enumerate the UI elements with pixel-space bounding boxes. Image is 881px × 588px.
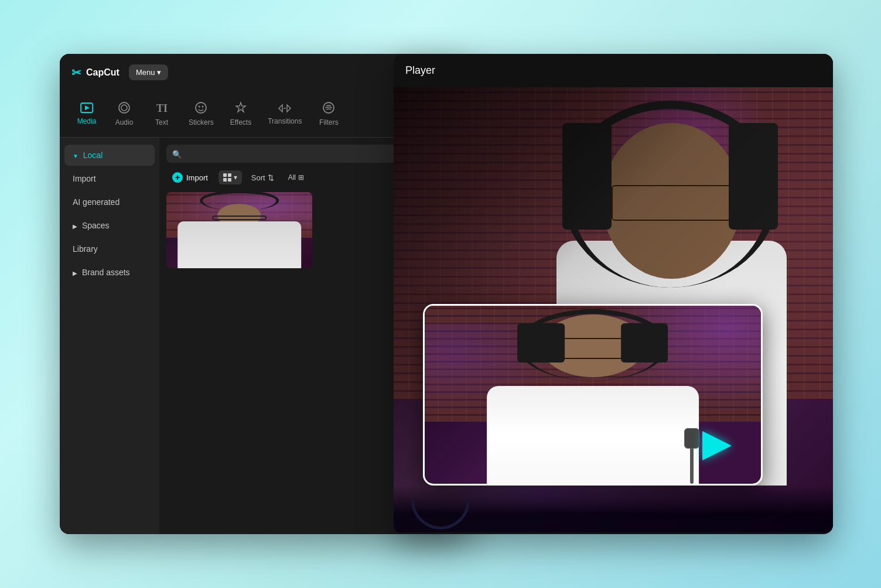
svg-point-8: [323, 102, 334, 113]
sidebar-item-local[interactable]: Local: [64, 145, 155, 166]
filter-button[interactable]: All ⊞: [284, 170, 309, 184]
svg-point-4: [196, 102, 206, 113]
sidebar-item-library-label: Library: [73, 244, 98, 254]
sort-button[interactable]: Sort ⇅: [247, 170, 279, 185]
sidebar-item-import[interactable]: Import: [64, 168, 155, 189]
menu-button[interactable]: Menu ▾: [129, 64, 168, 80]
fg-headphone-pad-left: [517, 323, 564, 363]
sort-label: Sort: [251, 173, 265, 182]
grid-view-button[interactable]: ▾: [218, 170, 242, 184]
import-label: Import: [186, 173, 208, 182]
tab-effects[interactable]: Effects: [223, 97, 258, 131]
sidebar-item-ai-generated[interactable]: AI generated: [64, 192, 155, 213]
search-icon: 🔍: [172, 149, 182, 158]
sidebar-item-local-label: Local: [83, 151, 103, 160]
logo-icon: ✂: [71, 66, 81, 80]
svg-marker-1: [85, 105, 90, 110]
sidebar: Local Import AI generated Spaces Library: [60, 138, 159, 534]
filter-icon: ⊞: [298, 173, 304, 182]
tab-filters[interactable]: Filters: [311, 97, 346, 131]
fg-hoodie: [487, 386, 699, 484]
logo-text: CapCut: [86, 67, 119, 78]
media-thumbnail-1[interactable]: [166, 192, 312, 268]
preview-mic-stand: [690, 437, 694, 484]
video-preview: [423, 304, 763, 486]
sidebar-item-import-label: Import: [73, 174, 96, 183]
player-bottom: [394, 486, 833, 532]
tab-transitions[interactable]: Transitions: [261, 98, 309, 130]
filter-label: All: [288, 173, 296, 182]
tab-text[interactable]: TI Text: [144, 97, 179, 131]
tab-stickers[interactable]: Stickers: [182, 97, 221, 131]
main-container: ✂ CapCut Menu ▾ Media: [36, 30, 845, 558]
svg-point-6: [202, 106, 204, 108]
grid-icon: [223, 173, 231, 182]
sidebar-item-library[interactable]: Library: [64, 238, 155, 259]
preview-mic-head: [684, 428, 699, 449]
filters-icon: [322, 101, 335, 116]
tab-transitions-label: Transitions: [268, 117, 302, 125]
logo-area: ✂ CapCut: [71, 66, 119, 80]
stickers-icon: [194, 101, 207, 116]
tab-stickers-label: Stickers: [189, 118, 214, 127]
local-chevron-icon: [73, 151, 81, 160]
transitions-icon: [278, 103, 291, 115]
fg-headphone-pad-right: [621, 323, 668, 363]
media-icon: [80, 102, 93, 115]
text-icon: TI: [155, 101, 168, 116]
svg-point-2: [119, 102, 129, 113]
fg-person: [475, 306, 711, 484]
sort-icon: ⇅: [268, 173, 274, 182]
play-cursor[interactable]: [702, 431, 737, 466]
tab-filters-label: Filters: [319, 118, 339, 127]
tab-audio[interactable]: Audio: [107, 97, 142, 131]
spaces-chevron-icon: [73, 221, 80, 230]
tab-effects-label: Effects: [230, 118, 251, 127]
import-button[interactable]: + Import: [166, 169, 214, 186]
sidebar-item-brand-assets-label: Brand assets: [82, 268, 130, 277]
sidebar-item-spaces-label: Spaces: [82, 221, 110, 230]
menu-label: Menu ▾: [136, 68, 161, 77]
play-cursor-icon: [702, 431, 732, 460]
sidebar-item-ai-label: AI generated: [73, 197, 119, 207]
player-header: Player: [394, 54, 833, 87]
player-content: [394, 87, 833, 532]
effects-icon: [234, 101, 247, 116]
tab-media-label: Media: [77, 117, 97, 125]
tab-text-label: Text: [155, 118, 168, 127]
bottom-headphone: [411, 500, 470, 529]
sidebar-item-spaces[interactable]: Spaces: [64, 215, 155, 236]
player-title: Player: [405, 64, 435, 76]
grid-chevron-icon: ▾: [234, 173, 237, 182]
tab-audio-label: Audio: [115, 118, 134, 127]
video-preview-content: [425, 306, 761, 484]
sidebar-item-brand-assets[interactable]: Brand assets: [64, 262, 155, 283]
audio-icon: [118, 101, 131, 116]
player-panel: Player: [394, 54, 833, 534]
tab-media[interactable]: Media: [69, 98, 104, 130]
svg-text:TI: TI: [156, 102, 168, 114]
svg-point-5: [199, 106, 200, 108]
brand-assets-chevron-icon: [73, 268, 80, 277]
plus-icon: +: [172, 172, 183, 183]
